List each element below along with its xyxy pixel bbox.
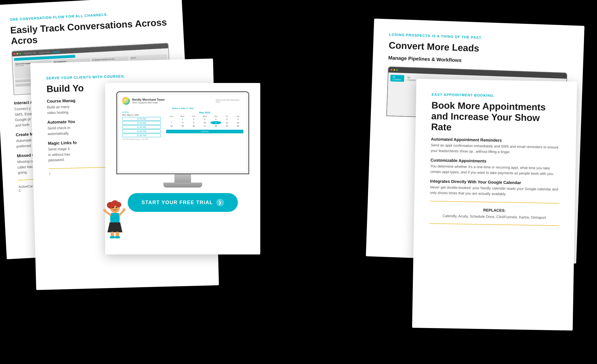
card-appointments-main: Nerdly Merchant Team Tech Support with K… (105, 83, 260, 254)
svg-point-11 (123, 208, 125, 211)
nerdly-label: NERDLY 90 (24, 51, 35, 54)
appointments-title: Book More Appointments and Increase Your… (431, 100, 561, 134)
schedule-header: Nerdly Merchant Team Tech Support with K… (122, 97, 243, 105)
svg-rect-7 (110, 213, 120, 223)
conversations-title: Easily Track Conversations AcrossAcros (10, 17, 168, 47)
monitor-screen-inner: Nerdly Merchant Team Tech Support with K… (117, 92, 248, 173)
continue-btn[interactable]: Continue (166, 130, 243, 133)
cal-grid: Sun Mon Tue Wed Thu Fri Sat 1 2 (166, 115, 243, 128)
mascot-svg (102, 200, 127, 238)
meeting-team: Nerdly Merchant Team (132, 98, 164, 101)
cta-label: START YOUR FREE TRIAL (141, 200, 213, 206)
monitor-neck (174, 174, 191, 183)
appt-reminders-body: Send an appt confirmation immediately an… (431, 142, 560, 155)
svg-point-15 (115, 236, 120, 238)
times-list: 10:30 AM 11:00 AM 11:30 AM 12:00 PM 12:3… (122, 117, 161, 137)
dot-g (396, 69, 398, 71)
location-label: 40 Brea (122, 111, 161, 113)
schedule-left: 40 Brea Mon, May 11, 2023 10:30 AM 11:00… (122, 111, 163, 140)
dot-r (391, 69, 392, 71)
appt-google-cal-body: Never get double-booked: your Nerdly cal… (430, 184, 560, 197)
appt-customizable-body: You determine whether it's a one-time or… (430, 163, 560, 176)
monitor-screen: Nerdly Merchant Team Tech Support with K… (116, 91, 249, 174)
schedule-ui: Nerdly Merchant Team Tech Support with K… (119, 94, 246, 171)
divider (430, 201, 559, 204)
dot-red (14, 53, 16, 55)
appt-google-cal: Integrates Directly With Your Google Cal… (430, 179, 560, 197)
page-container: ONE CONVERSATION FLOW FOR ALL CHANNELS. … (0, 0, 597, 364)
svg-line-9 (120, 210, 124, 215)
cta-arrow-circle: ❯ (216, 199, 224, 206)
monitor-base (163, 183, 202, 188)
meeting-title: Tech Support with Kate (132, 101, 164, 104)
schedule-meeting-info: Nerdly Merchant Team Tech Support with K… (132, 98, 164, 104)
card-appointments-info: EASY APPOINTMENT BOOKING. Book More Appo… (412, 79, 577, 331)
nav-pipelines: Pipelines (53, 50, 61, 53)
time-2: 11:00 AM (122, 121, 161, 125)
mascot (102, 200, 127, 233)
time-1: 10:30 AM (122, 117, 161, 121)
address: CAP-Fill All democracies, York 3871 (122, 138, 161, 140)
appt-reminders: Automated Appointment Reminders Send an … (431, 137, 560, 155)
leads-subtitle: Manage Pipelines & Workflows (388, 55, 568, 67)
appointments-eyebrow: EASY APPOINTMENT BOOKING. (432, 92, 561, 99)
time-4: 12:00 PM (122, 129, 161, 133)
cta-arrow-icon: ❯ (218, 200, 222, 205)
time-3: 11:30 AM (122, 125, 161, 129)
replaces-title: REPLACES: (430, 207, 559, 214)
svg-point-5 (113, 207, 114, 208)
main-monitor: Nerdly Merchant Team Tech Support with K… (116, 91, 249, 188)
cal-header: Select a Date & Time (122, 107, 243, 110)
schedule-calendar: May 2023 Sun Mon Tue Wed Thu Fri Sat (166, 111, 243, 140)
schedule-content: 40 Brea Mon, May 11, 2023 10:30 AM 11:00… (122, 111, 243, 140)
replaces-list: Calendly, Acuity, Schedule Once, ClickFu… (429, 213, 559, 221)
dot-yellow (17, 53, 18, 54)
cta-button[interactable]: START YOUR FREE TRIAL ❯ (128, 193, 238, 212)
date-label: Mon, May 11, 2023 (122, 114, 161, 116)
svg-line-8 (105, 211, 110, 215)
time-5: 12:30 PM (122, 134, 161, 137)
svg-point-10 (103, 209, 106, 212)
courses-eyebrow: SERVE YOUR CLIENTS WITH COURSES. (46, 72, 198, 80)
all-courses-tab: All Courses (390, 75, 404, 82)
schedule-logo (122, 97, 130, 105)
replaces-section: REPLACES: Calendly, Acuity, Schedule Onc… (429, 207, 559, 221)
dot-y (393, 69, 395, 71)
bottom-divider (429, 223, 559, 226)
appt-customizable: Customizable Appointments You determine … (430, 158, 560, 176)
dot-green (19, 53, 21, 54)
leads-title: Convert More Leads (388, 40, 568, 57)
meeting-desc: Click on the time that works most (216, 99, 243, 103)
nav-opportunities: Opportunities (39, 51, 50, 54)
cal-month: May 2023 (166, 111, 243, 114)
svg-point-6 (116, 207, 117, 208)
svg-point-4 (116, 202, 121, 207)
svg-point-14 (110, 236, 115, 238)
